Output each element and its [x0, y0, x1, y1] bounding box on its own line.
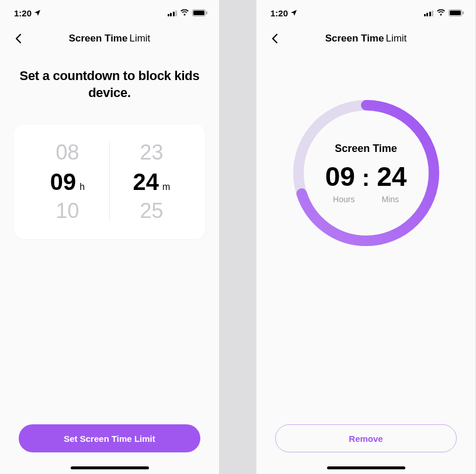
- hours-picker[interactable]: 08 09 h 10: [26, 142, 110, 222]
- hours-above: 08: [55, 142, 79, 163]
- mins-picker[interactable]: 23 24 m 25: [110, 142, 193, 222]
- cellular-icon: [424, 10, 434, 16]
- circle-container: Screen Time 09 : 24 Hours Mins: [270, 98, 461, 248]
- location-icon: [290, 9, 297, 16]
- hours-unit: h: [79, 182, 85, 192]
- hours-selected: 09 h: [50, 170, 85, 193]
- battery-icon: [192, 9, 207, 16]
- page-title: Screen TimeLimit: [325, 33, 407, 44]
- title-bold: Screen Time: [69, 33, 128, 44]
- location-icon: [34, 9, 41, 16]
- status-time: 1:20: [270, 8, 288, 18]
- mins-label: Mins: [381, 195, 399, 204]
- circle-title: Screen Time: [335, 143, 397, 155]
- mins-unit: m: [162, 182, 170, 192]
- time-separator: :: [362, 165, 370, 191]
- page-title: Screen TimeLimit: [69, 33, 151, 44]
- back-button[interactable]: [12, 32, 26, 46]
- cellular-icon: [168, 10, 178, 16]
- battery-icon: [449, 9, 464, 16]
- svg-rect-5: [463, 12, 464, 15]
- svg-rect-2: [206, 12, 207, 15]
- circle-time: 09 : 24: [325, 163, 407, 191]
- nav-header: Screen TimeLimit: [256, 26, 475, 51]
- status-bar: 1:20: [0, 0, 219, 26]
- status-right: [168, 9, 208, 16]
- status-time-area: 1:20: [14, 8, 41, 18]
- status-time-area: 1:20: [270, 8, 297, 18]
- content-area: Screen Time 09 : 24 Hours Mins Remove: [256, 51, 475, 466]
- wifi-icon: [180, 9, 189, 16]
- phone-screen-active-limit: 1:20 Screen TimeLimit: [256, 0, 475, 474]
- button-area: Remove: [270, 424, 461, 466]
- hours-label: Hours: [333, 195, 355, 204]
- svg-rect-1: [193, 11, 204, 15]
- status-time: 1:20: [14, 8, 32, 18]
- title-reg: Limit: [129, 33, 150, 44]
- home-indicator[interactable]: [71, 466, 149, 469]
- circle-mins: 24: [377, 163, 406, 190]
- mins-below: 25: [140, 200, 163, 222]
- mins-above: 23: [140, 142, 163, 163]
- remove-button[interactable]: Remove: [275, 424, 457, 452]
- title-reg: Limit: [385, 33, 406, 44]
- time-picker-card: 08 09 h 10 23 24 m 25: [14, 124, 205, 239]
- hours-value: 09: [50, 170, 77, 193]
- wifi-icon: [436, 9, 446, 16]
- circle-content: Screen Time 09 : 24 Hours Mins: [291, 98, 441, 248]
- back-button[interactable]: [268, 32, 282, 46]
- status-right: [424, 9, 464, 16]
- status-bar: 1:20: [256, 0, 475, 26]
- content-area: Set a countdown to block kids device. 08…: [0, 51, 219, 466]
- home-indicator[interactable]: [327, 466, 405, 469]
- set-limit-button[interactable]: Set Screen Time Limit: [19, 424, 200, 452]
- heading: Set a countdown to block kids device.: [14, 68, 205, 101]
- mins-value: 24: [133, 170, 159, 193]
- phone-screen-set-limit: 1:20 Screen TimeLimit Set a countdown to…: [0, 0, 219, 474]
- hours-below: 10: [55, 200, 79, 222]
- button-area: Set Screen Time Limit: [14, 424, 205, 466]
- circle-hours: 09: [325, 163, 355, 190]
- title-bold: Screen Time: [325, 33, 384, 44]
- nav-header: Screen TimeLimit: [0, 26, 219, 51]
- svg-rect-4: [450, 11, 461, 15]
- circle-labels: Hours Mins: [333, 195, 399, 204]
- mins-selected: 24 m: [133, 170, 171, 193]
